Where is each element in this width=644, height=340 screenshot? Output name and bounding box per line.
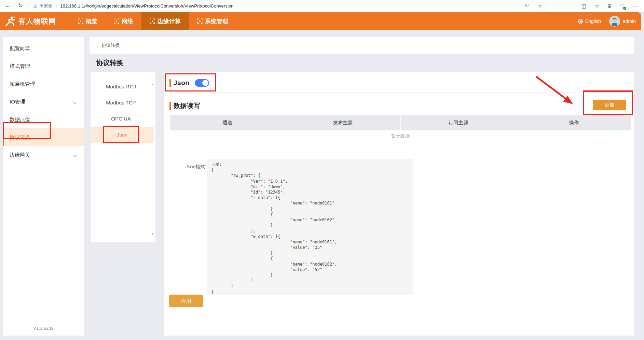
scroll-up-icon[interactable]: ▲ — [151, 83, 154, 86]
json-format-textarea[interactable]: 下发: { "rw_prot": { "Ver": "1.0.1", "dir"… — [207, 159, 413, 295]
apply-button[interactable]: 应用 — [169, 295, 203, 307]
browser-refresh-icon[interactable]: ↻ — [16, 0, 25, 12]
nav-tab-overview[interactable]: 概览 — [70, 12, 106, 30]
split-screen-icon[interactable]: ◫ — [581, 3, 586, 9]
sidebar-item-mode-management[interactable]: 模式管理 — [3, 57, 84, 75]
table-empty-text: 暂无数据 — [170, 133, 631, 139]
protocol-tab-opc-ua[interactable]: OPC UA — [91, 111, 151, 127]
column-header-channel: 通道 — [170, 115, 285, 130]
sidebar-item-config-wizard[interactable]: 配置向导 — [3, 40, 84, 57]
globe-icon — [577, 18, 583, 24]
page-title: 协议转换 — [96, 58, 123, 68]
viewfinder-icon — [78, 18, 83, 24]
section-accent-bar — [169, 79, 171, 87]
data-readwrite-title: 数据读写 — [174, 101, 200, 110]
table-header-row: 通道 发布主题 订阅主题 操作 — [170, 115, 631, 130]
protocol-tab-json[interactable]: Json — [91, 127, 154, 143]
favorite-star-icon[interactable]: ☆ — [538, 3, 542, 9]
security-label[interactable]: 不安全 — [40, 3, 53, 9]
address-separator: | — [56, 3, 57, 9]
nav-tab-edge-computing[interactable]: 边缘计算 — [141, 12, 189, 30]
sidebar-item-extension-management[interactable]: 拓展机管理 — [3, 75, 84, 93]
scroll-down-icon[interactable]: ▼ — [151, 232, 154, 236]
read-aloud-icon[interactable]: A⁾ — [525, 3, 529, 9]
protocol-tab-modbus-tcp[interactable]: Modbus TCP — [91, 95, 151, 111]
chevron-down-icon — [73, 100, 77, 104]
main-content: Json 数据读写 添加 通道 发布主题 订阅主题 操作 暂无数据 Json格式… — [164, 72, 634, 336]
essentials-badge: ✓ — [623, 7, 626, 10]
left-sidebar: 配置向导 模式管理 拓展机管理 IO管理 数据点位 协议转换 边缘网关 V1.1… — [3, 37, 84, 336]
username-label: admin — [623, 18, 636, 24]
security-warning-icon: ⚠ — [33, 3, 38, 9]
more-menu-icon[interactable]: ⋯ — [633, 3, 638, 9]
app-logo[interactable]: 有人物联网 — [0, 16, 70, 27]
protocol-tab-modbus-rtu[interactable]: Modbus RTU — [91, 79, 151, 95]
brand-name: 有人物联网 — [18, 16, 56, 26]
chevron-down-icon — [73, 153, 77, 157]
json-enable-toggle[interactable] — [195, 79, 209, 87]
user-menu[interactable]: admin — [609, 16, 636, 27]
viewfinder-icon — [150, 18, 155, 24]
breadcrumb-chevron-icon: › — [97, 42, 99, 48]
json-format-label: Json格式: — [174, 164, 206, 170]
sidebar-item-io-management[interactable]: IO管理 — [3, 93, 84, 111]
toggle-knob — [202, 80, 208, 86]
language-label: English — [585, 18, 601, 24]
collections-icon[interactable]: ⊞ — [607, 3, 612, 9]
firmware-version: V1.1.62.t2 — [3, 326, 84, 331]
nav-tab-system-management[interactable]: 系统管理 — [189, 12, 236, 30]
breadcrumb-label[interactable]: 协议转换 — [101, 42, 120, 48]
add-button[interactable]: 添加 — [593, 100, 626, 110]
column-header-subscribe-topic: 订阅主题 — [400, 115, 516, 130]
breadcrumb: › 协议转换 — [90, 37, 634, 54]
viewfinder-icon — [114, 18, 119, 24]
viewfinder-icon — [197, 18, 203, 24]
column-header-actions: 操作 — [516, 115, 631, 130]
usr-person-logo-icon — [5, 16, 16, 27]
section-divider — [169, 92, 629, 93]
sidebar-item-data-points[interactable]: 数据点位 — [3, 111, 84, 128]
protocol-list-panel: ▲ Modbus RTU Modbus TCP OPC UA Json ▼ — [91, 72, 155, 242]
json-example-text: 下发: { "rw_prot": { "Ver": "1.0.1", "dir"… — [211, 162, 409, 295]
browser-essentials-icon[interactable]: ♡ ✓ — [620, 3, 625, 9]
favorites-bar-icon[interactable]: ☆ — [595, 3, 599, 9]
column-header-publish-topic: 发布主题 — [285, 115, 400, 130]
language-switcher[interactable]: English — [577, 18, 601, 24]
address-bar[interactable]: ⚠ 不安全 | 192.168.1.1/#/origin/edgecalcula… — [28, 1, 547, 11]
section-accent-bar — [169, 102, 171, 110]
browser-toolbar: ← ↻ ⚠ 不安全 | 192.168.1.1/#/origin/edgecal… — [0, 0, 644, 12]
screenshot-root: ← ↻ ⚠ 不安全 | 192.168.1.1/#/origin/edgecal… — [0, 0, 644, 340]
sidebar-item-edge-gateway[interactable]: 边缘网关 — [3, 146, 84, 164]
app-navbar: 有人物联网 概览 网络 边缘计算 系统管理 English — [0, 12, 641, 30]
url-text[interactable]: 192.168.1.1/#/origin/edgecalculation/Vie… — [60, 3, 233, 9]
nav-tab-network[interactable]: 网络 — [106, 12, 141, 30]
sidebar-item-protocol-conversion[interactable]: 协议转换 — [3, 128, 84, 146]
browser-back-icon[interactable]: ← — [3, 0, 12, 12]
user-avatar — [609, 16, 620, 27]
json-section-title: Json — [174, 79, 189, 87]
